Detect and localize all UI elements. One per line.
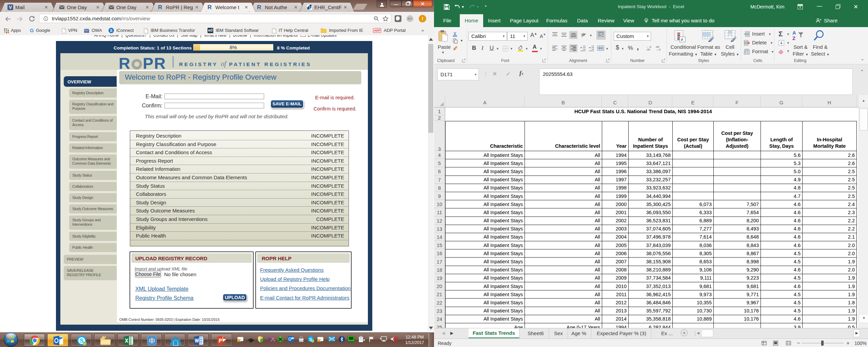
svg-text:A: A	[792, 30, 796, 36]
svg-text:→.0: →.0	[655, 48, 660, 51]
svg-text:ab: ab	[581, 33, 585, 36]
svg-text:≠: ≠	[681, 37, 683, 42]
svg-text:Z: Z	[792, 36, 795, 41]
svg-text:.00: .00	[646, 48, 650, 51]
svg-text:N: N	[268, 336, 272, 342]
